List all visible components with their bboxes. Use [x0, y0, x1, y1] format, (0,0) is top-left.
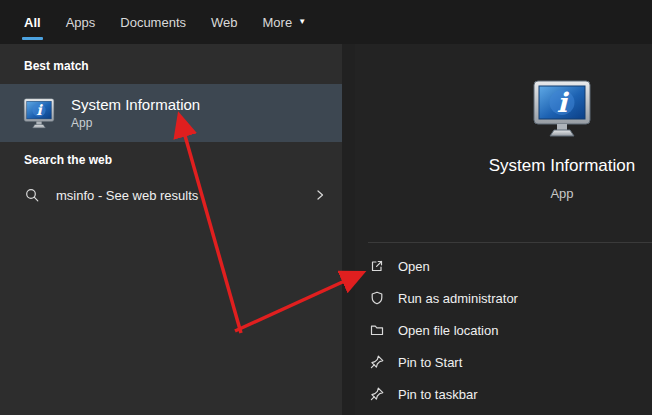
folder-icon: [369, 322, 385, 338]
tab-more[interactable]: More ▼: [263, 0, 307, 44]
open-icon: [369, 258, 385, 274]
pin-to-start-action[interactable]: Pin to Start: [355, 346, 652, 378]
search-results-panel: Best match System Information App Search…: [0, 44, 342, 415]
tab-documents[interactable]: Documents: [120, 0, 186, 44]
open-file-location-action[interactable]: Open file location: [355, 314, 652, 346]
pin-icon: [369, 354, 385, 370]
system-information-monitor-icon: [530, 78, 594, 138]
chevron-down-icon: ▼: [298, 18, 306, 26]
preview-divider: [368, 242, 652, 243]
action-list: Open Run as administrator Open file loca…: [355, 250, 652, 410]
search-the-web-header: Search the web: [24, 153, 112, 167]
pin-icon: [369, 386, 385, 402]
search-icon: [24, 187, 40, 203]
action-label: Run as administrator: [398, 291, 518, 306]
system-information-monitor-icon: [22, 97, 56, 129]
action-label: Open file location: [398, 323, 498, 338]
action-label: Open: [398, 259, 430, 274]
tab-all[interactable]: All: [24, 0, 41, 44]
web-suggestion-item[interactable]: msinfo - See web results: [0, 176, 342, 214]
best-match-item[interactable]: System Information App: [0, 84, 342, 142]
preview-app-type: App: [550, 186, 573, 201]
best-match-header: Best match: [24, 59, 89, 73]
best-match-type: App: [71, 116, 200, 130]
web-suggestion-text: msinfo - See web results: [56, 188, 198, 203]
action-label: Pin to Start: [398, 355, 462, 370]
best-match-title: System Information: [71, 96, 200, 113]
tab-apps[interactable]: Apps: [66, 0, 96, 44]
preview-app-title: System Information: [489, 156, 635, 176]
action-label: Pin to taskbar: [398, 387, 478, 402]
open-action[interactable]: Open: [355, 250, 652, 282]
chevron-right-icon[interactable]: [312, 187, 328, 203]
pin-to-taskbar-action[interactable]: Pin to taskbar: [355, 378, 652, 410]
run-as-administrator-action[interactable]: Run as administrator: [355, 282, 652, 314]
tab-more-label: More: [263, 15, 293, 30]
preview-hero: System Information App: [355, 78, 652, 201]
windows-search-window: All Apps Documents Web More ▼ Best match…: [0, 0, 652, 415]
tab-web[interactable]: Web: [211, 0, 238, 44]
admin-shield-icon: [369, 290, 385, 306]
search-filter-tabs: All Apps Documents Web More ▼: [0, 0, 652, 44]
preview-panel: System Information App Open Run as admin…: [355, 44, 652, 415]
